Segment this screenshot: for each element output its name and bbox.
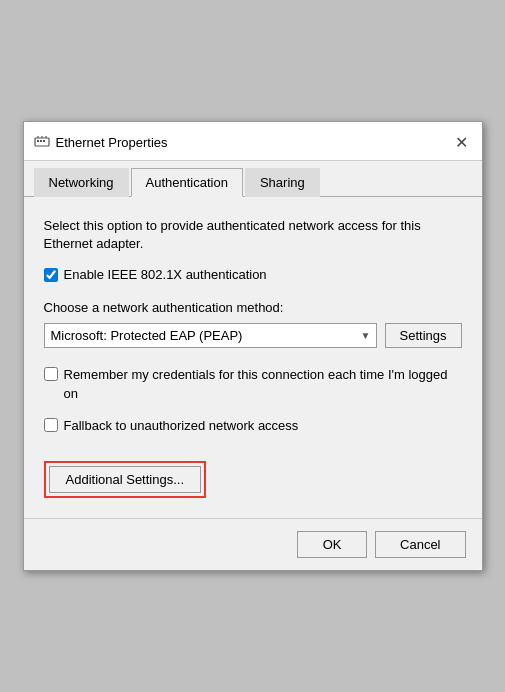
svg-rect-2 [40, 140, 42, 142]
remember-credentials-checkbox[interactable] [44, 367, 58, 381]
footer: OK Cancel [24, 518, 482, 570]
title-bar: Ethernet Properties ✕ [24, 122, 482, 161]
fallback-row: Fallback to unauthorized network access [44, 417, 462, 435]
remember-credentials-label: Remember my credentials for this connect… [64, 366, 462, 402]
ethernet-icon [34, 134, 50, 150]
description-text: Select this option to provide authentica… [44, 217, 462, 253]
tab-authentication[interactable]: Authentication [131, 168, 243, 197]
close-button[interactable]: ✕ [450, 130, 474, 154]
tab-networking[interactable]: Networking [34, 168, 129, 197]
network-auth-label: Choose a network authentication method: [44, 300, 462, 315]
ok-button[interactable]: OK [297, 531, 367, 558]
svg-rect-3 [43, 140, 45, 142]
dropdown-row: Microsoft: Protected EAP (PEAP) Microsof… [44, 323, 462, 348]
cancel-button[interactable]: Cancel [375, 531, 465, 558]
window-title: Ethernet Properties [56, 135, 168, 150]
ethernet-properties-window: Ethernet Properties ✕ Networking Authent… [23, 121, 483, 571]
tab-sharing[interactable]: Sharing [245, 168, 320, 197]
tab-bar: Networking Authentication Sharing [24, 161, 482, 197]
fallback-label: Fallback to unauthorized network access [64, 417, 299, 435]
dropdown-wrapper: Microsoft: Protected EAP (PEAP) Microsof… [44, 323, 377, 348]
remember-credentials-row: Remember my credentials for this connect… [44, 366, 462, 402]
settings-button[interactable]: Settings [385, 323, 462, 348]
additional-settings-highlight: Additional Settings... [44, 461, 207, 498]
auth-method-dropdown[interactable]: Microsoft: Protected EAP (PEAP) Microsof… [44, 323, 377, 348]
enable-8021x-label: Enable IEEE 802.1X authentication [64, 267, 267, 282]
additional-settings-button[interactable]: Additional Settings... [49, 466, 202, 493]
svg-rect-1 [37, 140, 39, 142]
enable-8021x-checkbox[interactable] [44, 268, 58, 282]
enable-8021x-row: Enable IEEE 802.1X authentication [44, 267, 462, 282]
title-bar-left: Ethernet Properties [34, 134, 168, 150]
fallback-checkbox[interactable] [44, 418, 58, 432]
tab-content: Select this option to provide authentica… [24, 197, 482, 518]
